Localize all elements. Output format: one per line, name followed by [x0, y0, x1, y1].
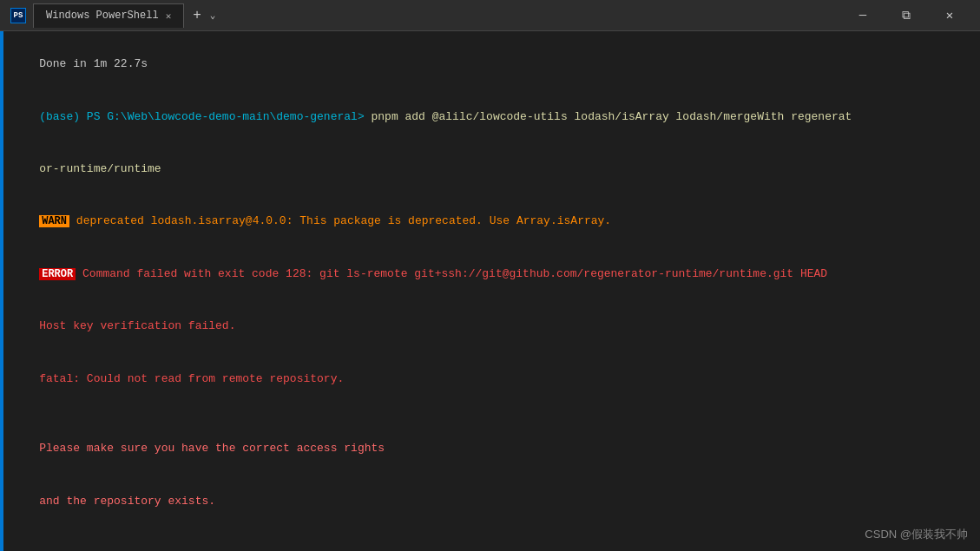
restore-button[interactable]: ⧉: [886, 3, 926, 28]
left-accent-bar: [0, 31, 3, 551]
blank1: [12, 405, 968, 423]
tab-label: Windows PowerShell: [46, 10, 159, 22]
tab-dropdown-icon[interactable]: ⌄: [210, 10, 216, 21]
watermark: CSDN @假装我不帅: [865, 527, 968, 542]
warn-text: deprecated lodash.isarray@4.0.0: This pa…: [69, 214, 611, 227]
close-button[interactable]: ✕: [930, 3, 970, 28]
access-line2: and the repository exists.: [12, 476, 968, 528]
warn-line: WARN deprecated lodash.isarray@4.0.0: Th…: [12, 195, 968, 247]
access-line1: Please make sure you have the correct ac…: [12, 423, 968, 475]
tab-close-icon[interactable]: ✕: [166, 10, 172, 22]
powershell-icon: PS: [10, 8, 26, 23]
titlebar: PS Windows PowerShell ✕ + ⌄ ─ ⧉ ✕: [0, 0, 980, 31]
error-badge: ERROR: [39, 268, 76, 280]
warn-badge: WARN: [39, 215, 69, 227]
pnpm-command-line: (base) PS G:\Web\lowcode-demo-main\demo-…: [12, 90, 968, 142]
tab-area: Windows PowerShell ✕ + ⌄: [33, 3, 215, 28]
terminal-output[interactable]: Done in 1m 22.7s (base) PS G:\Web\lowcod…: [0, 31, 980, 551]
host-key-line: Host key verification failed.: [12, 300, 968, 352]
error-text: Command failed with exit code 128: git l…: [76, 267, 827, 280]
titlebar-left: PS Windows PowerShell ✕ + ⌄: [10, 3, 215, 28]
done-line: Done in 1m 22.7s: [12, 38, 968, 90]
error-line: ERROR Command failed with exit code 128:…: [12, 248, 968, 300]
powershell-tab[interactable]: Windows PowerShell ✕: [33, 3, 184, 28]
fatal-line1: fatal: Could not read from remote reposi…: [12, 353, 968, 405]
prompt-prefix: (base) PS G:\Web\lowcode-demo-main\demo-…: [39, 110, 371, 123]
dep-line: This error happened while installing a d…: [12, 545, 968, 551]
new-tab-button[interactable]: +: [187, 8, 207, 23]
minimize-button[interactable]: ─: [843, 3, 883, 28]
pnpm-command-line2: or-runtime/runtime: [12, 143, 968, 195]
blank2: [12, 528, 968, 545]
window-controls: ─ ⧉ ✕: [843, 3, 970, 28]
